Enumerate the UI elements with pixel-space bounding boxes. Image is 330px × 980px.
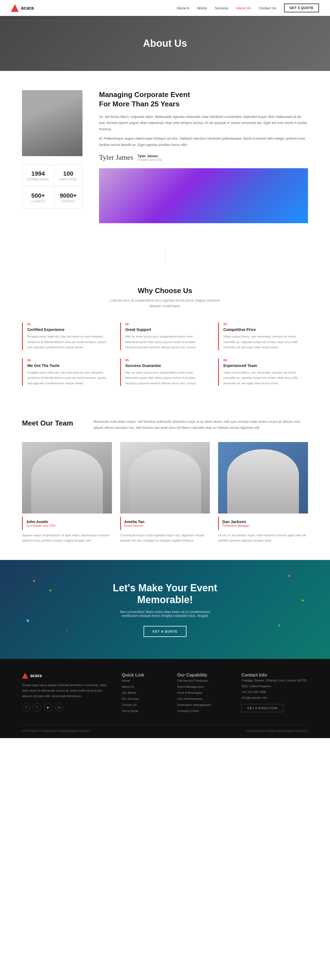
nav-about[interactable]: About Us [236, 6, 251, 10]
nav-services[interactable]: Services [215, 6, 228, 10]
copyright-text: COPYRIGHT © 2020 EVENT MANAGEMENT AGENCY [22, 730, 91, 733]
footer-brand: acara Ornare eget varius aliquet vehicul… [22, 673, 111, 714]
stat-events-value: 9000+ [59, 192, 77, 199]
social-twitter[interactable]: t [33, 703, 41, 711]
stats-box: 1994 ESTABLISHED 100 EMPLOYEE 500+ CLIEN… [22, 164, 83, 208]
confetti-1 [33, 580, 35, 582]
direction-button[interactable]: GET A DIRECTION [241, 704, 283, 712]
footer-bottom: COPYRIGHT © 2020 EVENT MANAGEMENT AGENCY… [22, 725, 308, 733]
feature-6-num: 06. [223, 358, 305, 362]
team-member-1-name: John Austin [26, 520, 112, 524]
feature-1-title: Certified Experience [27, 328, 109, 332]
nav-home[interactable]: Home ▾ [177, 6, 189, 10]
feature-4: 04. We Got The Tools Feugiat netus vitae… [22, 358, 112, 386]
footer-cap-5[interactable]: Destination Management [177, 702, 230, 708]
feature-5-num: 05. [125, 358, 207, 362]
logo[interactable]: acara [11, 4, 34, 12]
why-subtitle: Lobortis arcu at suspendisse arcu egesta… [110, 298, 220, 309]
footer-link-services[interactable]: Our Services [122, 696, 166, 702]
team-member-3-role: Production Manager [222, 524, 308, 527]
social-facebook[interactable]: f [22, 703, 30, 711]
nav-contact[interactable]: Contact Us [258, 6, 276, 10]
feature-4-title: We Got The Tools [27, 363, 109, 368]
cta-subtitle: Non consectetur libero enim vitae lorem … [113, 610, 217, 618]
team-description: Maecenas nulla etiam neque, nisl faucibu… [94, 419, 308, 431]
powered-by-text: POWERED BY EVENT MANAGEMENT AGENCY [247, 730, 308, 733]
about-section: 1994 ESTABLISHED 100 EMPLOYEE 500+ CLIEN… [0, 71, 330, 242]
footer-grid: acara Ornare eget varius aliquet vehicul… [22, 673, 308, 714]
confetti-4 [66, 629, 68, 631]
footer-logo-icon [22, 673, 28, 679]
feature-1: 01. Certified Experience Feugiat netus v… [22, 323, 112, 350]
team-member-3-bio: Ut est, in accumsan, turpis nibh hendrer… [218, 533, 308, 544]
feature-1-text: Feugiat netus vitae dui, nisi sed amet e… [27, 334, 109, 350]
footer-link-works[interactable]: Our Works [122, 690, 166, 696]
footer-link-home[interactable]: Home [122, 678, 166, 684]
signature-graphic: Tyler James [99, 153, 133, 162]
feature-2-num: 02. [125, 323, 207, 326]
logo-text: acara [21, 5, 34, 11]
team-header: Meet Our Team Maecenas nulla etiam neque… [22, 419, 308, 431]
footer-phone: +44 123 456 7890 [241, 689, 308, 695]
nav-works[interactable]: Works [197, 6, 207, 10]
team-photo-2 [120, 442, 210, 514]
social-linkedin[interactable]: in [55, 703, 63, 711]
feature-3: 03. Competitive Price Vitae cursus liber… [218, 323, 308, 350]
hero-title: About Us [143, 38, 187, 49]
team-title-column: Meet Our Team [22, 419, 77, 428]
footer-cap-2[interactable]: Event Management [177, 684, 230, 690]
feature-3-num: 03. [223, 323, 305, 326]
team-card-3: Dan Jackson Production Manager Ut est, i… [218, 442, 308, 544]
feature-6-title: Experienced Team [223, 363, 305, 368]
person-silhouette-2 [129, 449, 201, 514]
confetti-2 [49, 590, 51, 591]
footer-quick-links: Quick Link Home About Us Our Works Our S… [122, 673, 166, 714]
footer-quicklink-heading: Quick Link [122, 673, 166, 678]
team-grid: John Austin Co-Founder and CFO Sapien ne… [22, 442, 308, 544]
feature-4-num: 04. [27, 358, 109, 362]
team-member-2-role: Event Director [124, 524, 210, 527]
stat-employee-label: EMPLOYEE [59, 178, 77, 181]
footer-link-about[interactable]: About Us [122, 684, 166, 690]
footer-about-text: Ornare eget varius aliquet vehicula ferm… [22, 682, 111, 699]
feature-5-text: Nec ac enim purus arcu suspendisse torto… [125, 370, 207, 386]
team-member-2-bio: Consequat luctus morbi egestas turpis ni… [120, 533, 210, 544]
feature-6: 06. Experienced Team Vitae cursus libero… [218, 358, 308, 386]
team-member-1-bio: Sapien neque suspendisse sit eget netus … [22, 533, 112, 544]
confetti-7 [278, 624, 281, 627]
navigation: Home ▾ Works Services About Us Contact U… [177, 3, 319, 13]
footer-cap-1[interactable]: Full-Service Production [177, 678, 230, 684]
footer-link-contact[interactable]: Contact Us [122, 702, 166, 708]
team-member-2-name: Amelia Tan [124, 520, 210, 524]
team-photo-1 [22, 442, 112, 514]
signature-row: Tyler James Tyler James Founder and CEO [99, 153, 308, 162]
team-photo-3 [218, 442, 308, 514]
signer-title: Founder and CEO [138, 158, 162, 161]
footer-logo-text: acara [30, 673, 42, 678]
portrait-image [22, 90, 83, 156]
about-paragraph-2: id. Pellentesque augue ullamcorper trist… [99, 135, 308, 148]
social-youtube[interactable]: ▶ [44, 703, 52, 711]
footer-cap-6[interactable]: Company Picnic [177, 708, 230, 714]
footer-address: Trafalgar Square, Charing Cross, London … [241, 678, 308, 689]
team-card-1: John Austin Co-Founder and CFO Sapien ne… [22, 442, 112, 544]
footer-link-quote[interactable]: Get a Quote [122, 708, 166, 714]
signer-name: Tyler James [138, 154, 162, 158]
stat-established-label: ESTABLISHED [27, 178, 49, 181]
quote-button[interactable]: GET A QUOTE [284, 3, 319, 13]
team-section: Meet Our Team Maecenas nulla etiam neque… [0, 402, 330, 560]
confetti-3 [26, 619, 29, 622]
team-name-bar-3: Dan Jackson Production Manager [218, 517, 308, 530]
logo-icon [11, 4, 19, 12]
footer: acara Ornare eget varius aliquet vehicul… [0, 659, 330, 738]
why-title: Why Choose Us [22, 286, 308, 295]
team-member-1-role: Co-Founder and CFO [26, 524, 112, 527]
footer-cap-4[interactable]: Live Performances [177, 696, 230, 702]
footer-email: info@example.com [241, 695, 308, 701]
footer-contact: Contact Info Trafalgar Square, Charing C… [241, 673, 308, 714]
footer-cap-3[interactable]: Food & Beverages [177, 690, 230, 696]
feature-4-text: Feugiat netus vitae dui, nisi sed amet e… [27, 370, 109, 386]
cta-quote-button[interactable]: GET A QUOTE [143, 626, 186, 637]
stat-employee-value: 100 [59, 170, 77, 177]
footer-contact-heading: Contact Info [241, 673, 308, 678]
